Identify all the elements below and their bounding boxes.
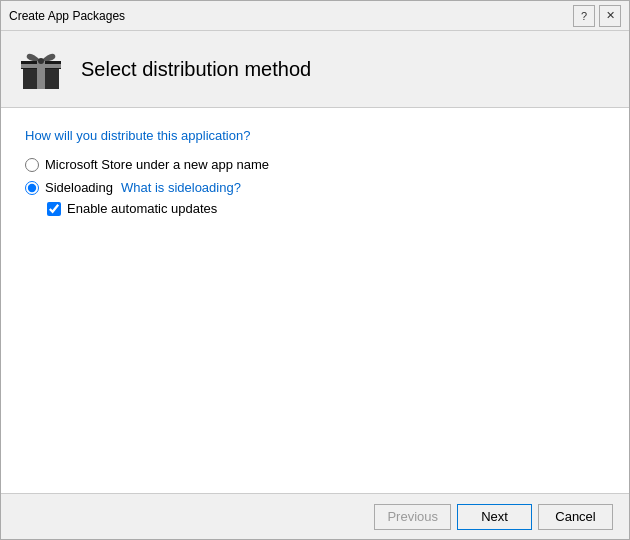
help-button[interactable]: ? — [573, 5, 595, 27]
option-store-row[interactable]: Microsoft Store under a new app name — [25, 157, 605, 172]
sideloading-link[interactable]: What is sideloading? — [121, 180, 241, 195]
footer: Previous Next Cancel — [1, 493, 629, 539]
title-bar: Create App Packages ? ✕ — [1, 1, 629, 31]
option-sideloading-radio-label[interactable]: Sideloading — [25, 180, 113, 195]
header-section: Select distribution method — [1, 31, 629, 108]
option-sideloading-radio[interactable] — [25, 181, 39, 195]
previous-button[interactable]: Previous — [374, 504, 451, 530]
page-title: Select distribution method — [81, 58, 311, 81]
close-button[interactable]: ✕ — [599, 5, 621, 27]
cancel-button[interactable]: Cancel — [538, 504, 613, 530]
option-sideloading-row: Sideloading What is sideloading? — [25, 180, 605, 195]
window-title: Create App Packages — [9, 9, 125, 23]
content-section: How will you distribute this application… — [1, 108, 629, 493]
option-sideloading-label: Sideloading — [45, 180, 113, 195]
svg-rect-3 — [21, 64, 61, 68]
enable-updates-label: Enable automatic updates — [67, 201, 217, 216]
title-bar-controls: ? ✕ — [573, 5, 621, 27]
option-store-radio[interactable] — [25, 158, 39, 172]
enable-updates-checkbox[interactable] — [47, 202, 61, 216]
next-button[interactable]: Next — [457, 504, 532, 530]
svg-point-4 — [38, 58, 44, 64]
question-label: How will you distribute this application… — [25, 128, 605, 143]
option-store-label: Microsoft Store under a new app name — [45, 157, 269, 172]
enable-updates-row[interactable]: Enable automatic updates — [47, 201, 605, 216]
window: Create App Packages ? ✕ Select distribut… — [0, 0, 630, 540]
gift-icon — [17, 45, 65, 93]
